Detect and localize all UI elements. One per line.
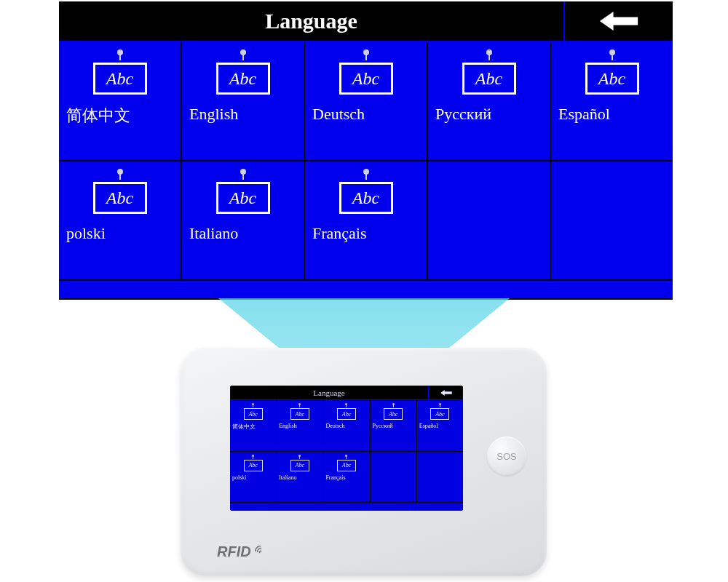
pushpin-icon: [240, 169, 246, 175]
language-label: Français: [323, 474, 345, 481]
pushpin-icon: [252, 455, 254, 457]
back-arrow-icon: [439, 389, 454, 396]
language-option-german[interactable]: Abc Deutsch: [305, 42, 427, 160]
back-arrow-icon: [598, 8, 639, 34]
pushpin-icon: [345, 455, 347, 457]
language-option-english[interactable]: Abc English: [182, 42, 304, 160]
abc-board-icon: Abc: [244, 460, 263, 471]
language-label: Italiano: [277, 474, 296, 481]
abc-board-icon: Abc: [430, 408, 449, 420]
language-label: Español: [417, 423, 438, 429]
language-option-russian[interactable]: Abc Русский: [428, 42, 550, 160]
language-option-polish[interactable]: Abcpolski: [230, 452, 276, 503]
language-option-german[interactable]: AbcDeutsch: [323, 400, 369, 451]
abc-board-icon: Abc: [384, 408, 403, 420]
language-label: Italiano: [182, 224, 238, 243]
pushpin-icon: [240, 49, 246, 55]
language-screen-large: Language Abc 简体中文 Abc English Abc Deutsc…: [59, 1, 673, 300]
language-option-spanish[interactable]: Abc Español: [551, 42, 673, 160]
abc-board-icon: Abc: [585, 63, 639, 95]
abc-board-icon: Abc: [216, 63, 270, 95]
language-grid: Abc简体中文 AbcEnglish AbcDeutsch AbcРусский…: [230, 400, 463, 502]
language-screen-small: Language Abc简体中文 AbcEnglish AbcDeutsch A…: [230, 386, 463, 511]
pushpin-icon: [298, 403, 301, 405]
language-label: Español: [551, 105, 610, 124]
sos-button[interactable]: SOS: [487, 436, 526, 476]
abc-board-icon: Abc: [216, 182, 270, 214]
alarm-panel-device: Language Abc简体中文 AbcEnglish AbcDeutsch A…: [181, 348, 547, 576]
abc-board-icon: Abc: [462, 63, 516, 95]
language-option-french[interactable]: AbcFrançais: [323, 452, 369, 503]
abc-board-icon: Abc: [93, 182, 147, 214]
pushpin-icon: [392, 403, 395, 405]
language-option-spanish[interactable]: AbcEspañol: [417, 400, 463, 451]
pushpin-icon: [345, 403, 347, 405]
language-label: 简体中文: [230, 423, 256, 431]
abc-board-icon: Abc: [93, 63, 147, 95]
rfid-signal-icon: [254, 546, 267, 559]
language-label: English: [182, 105, 238, 124]
language-option-russian[interactable]: AbcРусский: [371, 400, 416, 451]
pushpin-icon: [252, 403, 254, 405]
pushpin-icon: [117, 49, 123, 55]
rfid-label: RFID: [217, 543, 267, 560]
empty-cell: [551, 162, 673, 279]
abc-board-icon: Abc: [337, 460, 356, 471]
language-label: English: [277, 423, 296, 429]
abc-board-icon: Abc: [339, 63, 393, 95]
language-option-french[interactable]: Abc Français: [305, 162, 427, 279]
language-label: 简体中文: [59, 105, 130, 127]
language-option-chinese[interactable]: Abc 简体中文: [59, 42, 181, 160]
language-label: Français: [305, 224, 367, 243]
language-option-polish[interactable]: Abc polski: [59, 162, 181, 279]
language-option-chinese[interactable]: Abc简体中文: [230, 400, 276, 451]
footer-strip: [230, 502, 463, 510]
empty-cell: [417, 452, 463, 503]
footer-strip: [59, 279, 673, 298]
language-label: Русский: [428, 105, 491, 124]
language-label: polski: [59, 224, 106, 243]
language-option-italian[interactable]: Abc Italiano: [182, 162, 304, 279]
language-label: polski: [230, 474, 247, 481]
abc-board-icon: Abc: [339, 182, 393, 214]
empty-cell: [428, 162, 550, 279]
pushpin-icon: [363, 49, 369, 55]
pushpin-icon: [439, 403, 441, 405]
rfid-text: RFID: [217, 543, 251, 560]
language-label: Deutsch: [305, 105, 365, 124]
abc-board-icon: Abc: [337, 408, 356, 420]
language-grid: Abc 简体中文 Abc English Abc Deutsch Abc Рус…: [59, 42, 673, 279]
language-option-english[interactable]: AbcEnglish: [277, 400, 323, 451]
pushpin-icon: [486, 49, 492, 55]
empty-cell: [371, 452, 416, 503]
back-button[interactable]: [563, 1, 673, 41]
pushpin-icon: [609, 49, 615, 55]
language-option-italian[interactable]: AbcItaliano: [277, 452, 323, 503]
language-label: Русский: [371, 423, 393, 429]
abc-board-icon: Abc: [290, 460, 309, 471]
pushpin-icon: [298, 455, 301, 457]
header-bar: Language: [230, 386, 463, 400]
pushpin-icon: [117, 169, 123, 175]
back-button[interactable]: [428, 386, 463, 399]
language-label: Deutsch: [323, 423, 344, 429]
pushpin-icon: [363, 169, 369, 175]
abc-board-icon: Abc: [244, 408, 263, 420]
header-bar: Language: [59, 1, 673, 42]
page-title: Language: [230, 386, 428, 399]
abc-board-icon: Abc: [290, 408, 309, 420]
page-title: Language: [59, 1, 563, 41]
